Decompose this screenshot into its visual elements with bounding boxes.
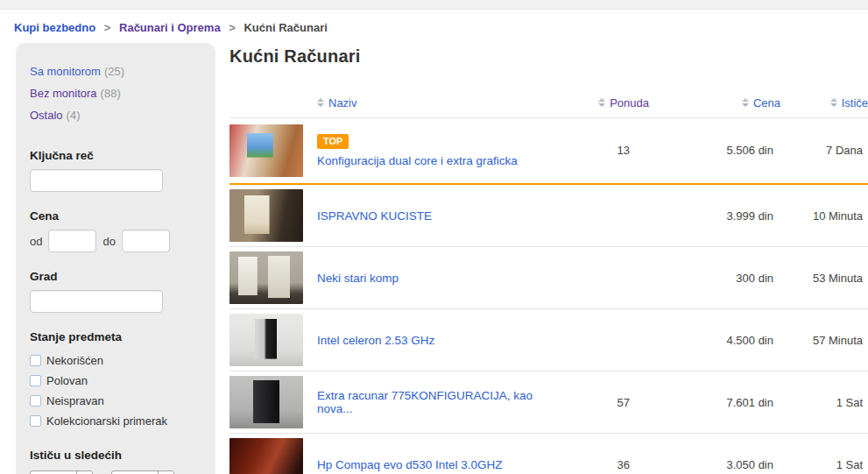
expires-in: 53 Minuta — [780, 247, 868, 309]
checkbox[interactable] — [30, 395, 41, 407]
sort-icon[interactable] — [598, 98, 605, 107]
price-to-label: do — [102, 235, 115, 248]
city-heading: Grad — [30, 270, 201, 283]
hours-select[interactable]: sati — [111, 470, 174, 474]
header-spacer — [229, 86, 317, 117]
category-count: (4) — [67, 109, 81, 122]
checkbox-label: Neispravan — [46, 391, 104, 411]
sort-icon[interactable] — [317, 98, 324, 107]
listings-panel: Kućni Računari NazivPonudaCenaIstiče TOP… — [229, 43, 868, 474]
price-from-input[interactable] — [48, 230, 96, 252]
listing-title-link[interactable]: Extra racunar 775KONFIGURACIJA, kao nova… — [317, 389, 533, 415]
price: 3.999 din — [649, 184, 780, 247]
listing-title-link[interactable]: Neki stari komp — [317, 272, 399, 285]
checkbox[interactable] — [30, 375, 41, 386]
checkbox[interactable] — [30, 355, 41, 366]
listing-title-link[interactable]: Intel celeron 2.53 GHz — [317, 334, 434, 347]
keyword-heading: Ključna reč — [30, 149, 201, 162]
listing-title-link[interactable]: Hp Compaq evo d530 Intel 3.0GHZ — [317, 458, 503, 471]
breadcrumb: Kupi bezbedno > Računari i Oprema > Kućn… — [0, 10, 868, 43]
sort-up-arrow-icon — [830, 98, 837, 102]
column-header-label[interactable]: Naziv — [328, 96, 357, 110]
category-count: (88) — [101, 87, 121, 100]
price: 4.500 din — [649, 309, 780, 371]
sort-down-arrow-icon — [742, 103, 749, 107]
top-badge: TOP — [317, 134, 349, 149]
price: 300 din — [649, 247, 780, 309]
filter-sidebar: Sa monitorom(25)Bez monitora(88)Ostalo(4… — [16, 43, 215, 474]
category-filter-link[interactable]: Bez monitora — [30, 87, 97, 100]
expires-heading: Ističu u sledećih — [30, 449, 201, 462]
listing-thumbnail[interactable] — [229, 251, 303, 304]
sort-down-arrow-icon — [598, 103, 605, 107]
sort-icon[interactable] — [742, 98, 749, 107]
category-filter-item: Ostalo(4) — [30, 104, 201, 126]
breadcrumb-separator: > — [229, 21, 236, 34]
days-select[interactable]: dana — [30, 470, 93, 474]
column-header-cena[interactable]: Cena — [649, 86, 780, 117]
checkbox[interactable] — [30, 415, 41, 427]
category-filter-item: Sa monitorom(25) — [30, 60, 201, 82]
category-filter-link[interactable]: Ostalo — [30, 109, 63, 122]
breadcrumb-link-home[interactable]: Kupi bezbedno — [14, 21, 95, 34]
sort-down-arrow-icon — [317, 103, 324, 107]
listing-row[interactable]: Hp Compaq evo d530 Intel 3.0GHZ363.050 d… — [229, 434, 868, 474]
condition-option[interactable]: Polovan — [30, 371, 201, 391]
price-heading: Cena — [30, 209, 201, 223]
page-title: Kućni Računari — [229, 46, 868, 67]
column-header-naziv[interactable]: Naziv — [317, 86, 566, 117]
column-header-label[interactable]: Cena — [753, 96, 780, 110]
price: 3.050 din — [649, 434, 780, 474]
listing-thumbnail[interactable] — [229, 189, 303, 242]
sort-up-arrow-icon — [598, 98, 605, 102]
listing-row[interactable]: Intel celeron 2.53 GHz4.500 din57 Minuta — [229, 309, 868, 371]
column-header-ponuda[interactable]: Ponuda — [566, 86, 649, 117]
listing-thumbnail[interactable] — [229, 438, 303, 474]
listing-thumbnail[interactable] — [229, 124, 303, 177]
listing-title-link[interactable]: ISPRAVNO KUCISTE — [317, 209, 432, 223]
bids-count: 57 — [566, 371, 649, 434]
breadcrumb-link-category[interactable]: Računari i Oprema — [119, 21, 221, 34]
category-links: Sa monitorom(25)Bez monitora(88)Ostalo(4… — [30, 60, 201, 126]
listing-thumbnail[interactable] — [229, 314, 303, 366]
listing-row[interactable]: Extra racunar 775KONFIGURACIJA, kao nova… — [229, 371, 868, 434]
expires-in: 1 Sat — [780, 371, 868, 434]
listing-row[interactable]: ISPRAVNO KUCISTE3.999 din10 Minuta — [229, 184, 868, 247]
checkbox-label: Kolekcionarski primerak — [46, 411, 167, 431]
listings-table: NazivPonudaCenaIstiče TOPKonfiguracija d… — [229, 86, 868, 474]
condition-checkbox-list: NekorišćenPolovanNeispravanKolekcionarsk… — [30, 350, 201, 431]
column-header-label[interactable]: Ponuda — [610, 96, 649, 110]
category-filter-link[interactable]: Sa monitorom — [30, 65, 101, 78]
condition-option[interactable]: Neispravan — [30, 391, 201, 411]
sort-down-arrow-icon — [830, 103, 837, 107]
top-bar — [0, 0, 868, 10]
expires-in: 57 Minuta — [780, 309, 868, 371]
table-header-row: NazivPonudaCenaIstiče — [229, 86, 868, 117]
listing-thumbnail[interactable] — [229, 376, 303, 428]
bids-count — [566, 247, 649, 309]
column-header-istice[interactable]: Ističe — [780, 86, 868, 117]
sort-up-arrow-icon — [742, 98, 749, 102]
city-input[interactable] — [30, 290, 163, 313]
price-from-label: od — [30, 235, 42, 248]
breadcrumb-current: Kućni Računari — [243, 21, 327, 34]
expires-in: 7 Dana — [780, 117, 868, 184]
bids-count — [566, 309, 649, 371]
expires-in: 1 Sat — [780, 434, 868, 474]
expires-in: 10 Minuta — [780, 184, 868, 247]
breadcrumb-separator: > — [104, 21, 111, 34]
listing-row[interactable]: TOPKonfiguracija dual core i extra grafi… — [229, 117, 868, 184]
category-filter-item: Bez monitora(88) — [30, 82, 201, 104]
price: 7.601 din — [649, 371, 780, 434]
sort-icon[interactable] — [830, 98, 837, 107]
sort-up-arrow-icon — [317, 98, 324, 102]
listing-row[interactable]: Neki stari komp300 din53 Minuta — [229, 247, 868, 309]
condition-option[interactable]: Nekorišćen — [30, 350, 201, 371]
category-count: (25) — [104, 65, 124, 78]
keyword-input[interactable] — [30, 169, 163, 192]
checkbox-label: Polovan — [46, 371, 88, 391]
column-header-label[interactable]: Ističe — [842, 96, 868, 110]
listing-title-link[interactable]: Konfiguracija dual core i extra graficka — [317, 154, 518, 167]
condition-option[interactable]: Kolekcionarski primerak — [30, 411, 201, 431]
price-to-input[interactable] — [122, 230, 170, 252]
